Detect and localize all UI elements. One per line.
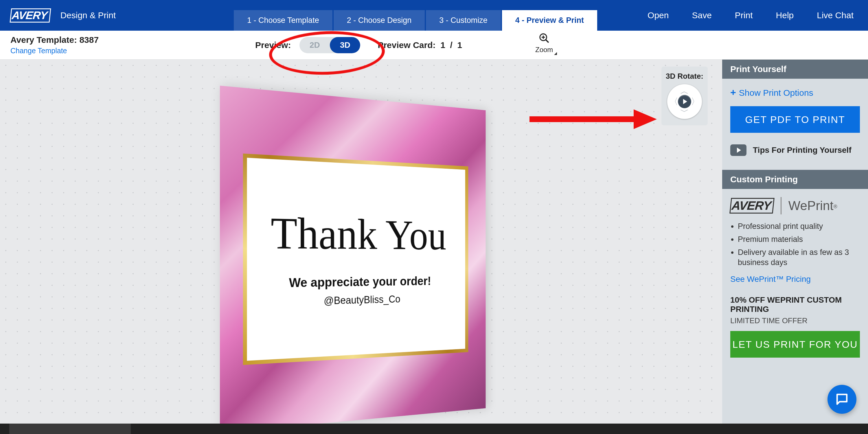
- custom-printing-header: Custom Printing: [722, 170, 868, 189]
- toggle-2d[interactable]: 2D: [300, 37, 330, 53]
- tab-choose-template[interactable]: 1 - Choose Template: [234, 10, 333, 31]
- play-icon: [730, 144, 746, 156]
- svg-line-1: [546, 40, 549, 42]
- preview-toggle: 2D 3D: [300, 37, 360, 53]
- menu-help[interactable]: Help: [776, 10, 794, 20]
- zoom-in-icon: [538, 32, 550, 44]
- toggle-3d[interactable]: 3D: [330, 37, 360, 53]
- promo-subtitle: LIMITED TIME OFFER: [730, 316, 860, 325]
- menu-print[interactable]: Print: [735, 10, 753, 20]
- change-template-link[interactable]: Change Template: [10, 46, 99, 55]
- bullet-item: Professional print quality: [738, 221, 860, 231]
- step-tabs: 1 - Choose Template 2 - Choose Design 3 …: [234, 10, 598, 31]
- menu-live-chat[interactable]: Live Chat: [817, 10, 854, 20]
- promo-title: 10% OFF WEPRINT CUSTOM PRINTING: [730, 296, 860, 314]
- weprint-logo: AVERY WePrint®: [730, 197, 860, 214]
- bullet-item: Delivery available in as few as 3 busine…: [738, 247, 860, 268]
- subheader: Avery Template: 8387 Change Template Pre…: [0, 31, 868, 60]
- tab-customize[interactable]: 3 - Customize: [426, 10, 501, 31]
- card-headline: Thank You: [271, 210, 446, 256]
- preview-card-counter: Preview Card: 1 / 1: [378, 40, 462, 50]
- product-name: Design & Print: [60, 10, 116, 20]
- preview-label: Preview:: [255, 40, 291, 50]
- tab-preview-print[interactable]: 4 - Preview & Print: [502, 10, 597, 31]
- zoom-button[interactable]: Zoom: [535, 32, 553, 54]
- app-header: AVERY Design & Print 1 - Choose Template…: [0, 0, 868, 31]
- template-title: Avery Template: 8387: [10, 35, 99, 45]
- rotate-play[interactable]: [678, 95, 691, 108]
- chat-button[interactable]: [828, 385, 857, 414]
- right-sidebar: Print Yourself +Show Print Options GET P…: [722, 60, 868, 428]
- rotate-right[interactable]: 〉: [691, 96, 700, 107]
- preview-canvas[interactable]: Thank You We appreciate your order! @Bea…: [0, 60, 722, 428]
- menu-open[interactable]: Open: [648, 10, 669, 20]
- menu-save[interactable]: Save: [692, 10, 711, 20]
- card-handle: @BeautyBliss_Co: [324, 293, 400, 307]
- card-front: Thank You We appreciate your order! @Bea…: [220, 86, 486, 428]
- weprint-bullets: Professional print quality Premium mater…: [738, 221, 860, 268]
- rotate-title: 3D Rotate:: [664, 72, 705, 81]
- bullet-item: Premium materials: [738, 235, 860, 245]
- rotate-left[interactable]: 〈: [670, 96, 678, 107]
- let-us-print-button[interactable]: LET US PRINT FOR YOU: [730, 331, 860, 358]
- rotate-widget: 3D Rotate: ︿ ﹀ 〈 〉: [661, 66, 708, 125]
- get-pdf-button[interactable]: GET PDF TO PRINT: [730, 106, 860, 133]
- card-inner-panel: Thank You We appreciate your order! @Bea…: [243, 154, 468, 365]
- tips-link[interactable]: Tips For Printing Yourself: [730, 144, 860, 156]
- chat-icon: [835, 392, 849, 406]
- weprint-pricing-link[interactable]: See WePrint™ Pricing: [730, 275, 860, 284]
- tab-choose-design[interactable]: 2 - Choose Design: [334, 10, 425, 31]
- card-3d-container: Thank You We appreciate your order! @Bea…: [220, 86, 527, 428]
- print-yourself-header: Print Yourself: [722, 60, 868, 79]
- bottom-strip: [0, 424, 868, 434]
- avery-logo: AVERY: [10, 8, 51, 23]
- show-print-options-link[interactable]: +Show Print Options: [730, 87, 860, 98]
- rotate-dpad: ︿ ﹀ 〈 〉: [667, 84, 702, 119]
- header-menu: Open Save Print Help Live Chat: [648, 0, 854, 31]
- card-subtext: We appreciate your order!: [289, 274, 431, 290]
